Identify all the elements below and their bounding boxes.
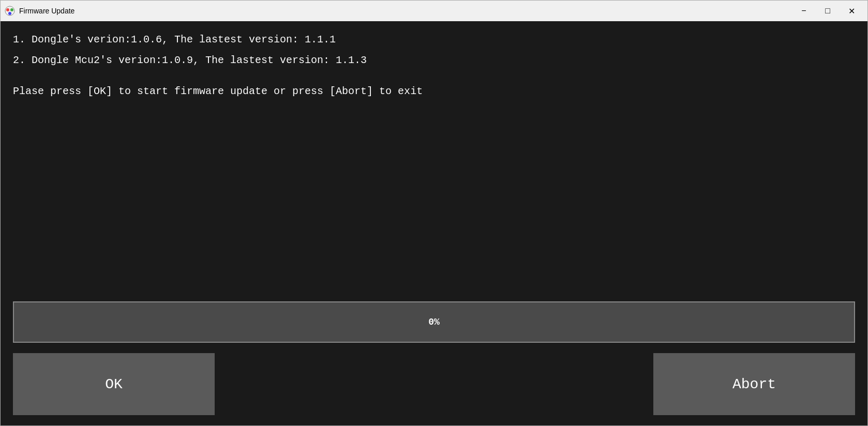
progress-label: 0% [428, 317, 440, 327]
app-icon [5, 6, 15, 16]
window-controls: − □ ✕ [792, 3, 863, 19]
title-bar: Firmware Update − □ ✕ [1, 1, 867, 21]
main-window: Firmware Update − □ ✕ 1. Dongle's verion… [0, 0, 868, 426]
minimize-button[interactable]: − [792, 3, 816, 19]
svg-point-3 [8, 12, 11, 15]
button-row: OK Abort [13, 353, 855, 415]
svg-point-2 [10, 8, 13, 11]
info-line2: 2. Dongle Mcu2's verion:1.0.9, The laste… [13, 52, 855, 69]
window-title: Firmware Update [19, 7, 788, 15]
ok-button[interactable]: OK [13, 353, 215, 415]
close-button[interactable]: ✕ [840, 3, 863, 19]
abort-button[interactable]: Abort [653, 353, 855, 415]
spacer [13, 97, 855, 301]
svg-point-1 [6, 8, 9, 11]
info-line1: 1. Dongle's verion:1.0.6, The lastest ve… [13, 32, 855, 48]
progress-bar-container: 0% [13, 301, 855, 343]
prompt-text: Plase press [OK] to start firmware updat… [13, 85, 855, 97]
content-area: 1. Dongle's verion:1.0.6, The lastest ve… [1, 21, 867, 425]
maximize-button[interactable]: □ [816, 3, 840, 19]
